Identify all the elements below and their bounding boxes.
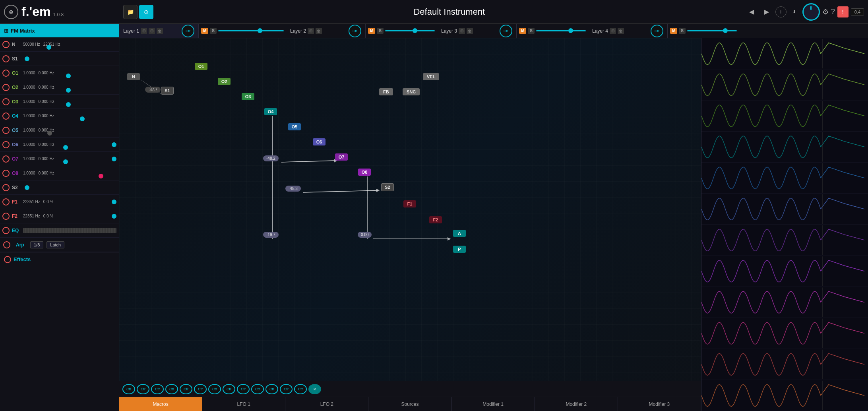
power-o3[interactable] <box>2 98 10 105</box>
layer-3-copy[interactable]: ⊞ <box>459 28 465 34</box>
ctr-btn-13[interactable]: Ctr <box>294 384 307 394</box>
ctr-btn-1[interactable]: Ctr <box>122 384 135 394</box>
layer-4-ctr[interactable]: Ctr <box>651 25 663 37</box>
power-arp[interactable] <box>3 241 10 248</box>
node-n[interactable]: N <box>127 73 140 80</box>
info-button[interactable]: i <box>775 6 787 17</box>
level-knob[interactable] <box>802 3 820 21</box>
power-n[interactable] <box>2 41 10 48</box>
node-o5[interactable]: O5 <box>288 123 301 130</box>
ctr-btn-6[interactable]: Ctr <box>194 384 207 394</box>
power-s2[interactable] <box>2 184 10 191</box>
layer-1-copy[interactable]: ⊞ <box>141 28 147 34</box>
val-n19[interactable]: -19.7 <box>263 232 279 238</box>
tab-lfo2[interactable]: LFO 2 <box>285 397 368 411</box>
power-o7[interactable] <box>2 155 10 163</box>
ctr-btn-10[interactable]: Ctr <box>251 384 264 394</box>
alert-button[interactable]: ! <box>837 6 849 17</box>
layer-3-del[interactable]: 🗑 <box>467 28 473 34</box>
radio-o6[interactable] <box>112 142 116 147</box>
m-btn-1[interactable]: M <box>201 28 208 34</box>
radio-s1[interactable] <box>25 56 29 61</box>
node-o2[interactable]: O2 <box>218 78 231 85</box>
tab-modifier2[interactable]: Modifier 2 <box>535 397 618 411</box>
power-o8[interactable] <box>2 170 10 177</box>
tab-modifier3[interactable]: Modifier 3 <box>618 397 701 411</box>
node-f2[interactable]: F2 <box>429 216 442 223</box>
node-p[interactable]: P <box>453 246 466 253</box>
val-n45[interactable]: -45.3 <box>285 186 301 192</box>
node-f1[interactable]: F1 <box>403 200 416 207</box>
s-btn-1[interactable]: S <box>210 28 217 34</box>
power-o1[interactable] <box>2 70 10 77</box>
node-o4[interactable]: O4 <box>264 108 277 115</box>
node-fb[interactable]: FB <box>379 88 393 95</box>
ctr-p-btn[interactable]: P <box>308 384 321 394</box>
node-o7[interactable]: O7 <box>335 153 348 161</box>
layer-tab-1[interactable]: Layer 1 ⊞ ⊟ 🗑 Ctr <box>119 24 199 38</box>
power-f1[interactable] <box>2 198 10 206</box>
layer-tab-2[interactable]: Layer 2 ⊞ 🗑 Ctr <box>286 24 366 38</box>
val-n48[interactable]: -48.2 <box>263 155 279 161</box>
m-btn-4[interactable]: M <box>670 28 677 34</box>
s-btn-4[interactable]: S <box>679 28 686 34</box>
ctr-btn-3[interactable]: Ctr <box>151 384 164 394</box>
m-btn-2[interactable]: M <box>368 28 375 34</box>
node-a[interactable]: A <box>453 230 466 237</box>
ctr-btn-8[interactable]: Ctr <box>223 384 235 394</box>
folder-button[interactable]: 📁 <box>123 5 138 19</box>
radio-s2[interactable] <box>25 185 29 190</box>
layer-1-paste[interactable]: ⊟ <box>149 28 155 34</box>
tab-modifier1[interactable]: Modifier 1 <box>452 397 535 411</box>
node-o1[interactable]: O1 <box>195 63 207 70</box>
radio-f1[interactable] <box>112 200 116 204</box>
layer-tab-4[interactable]: Layer 4 ⊞ 🗑 Ctr <box>588 24 668 38</box>
layer-2-del[interactable]: 🗑 <box>316 28 322 34</box>
s-btn-2[interactable]: S <box>377 28 384 34</box>
val-0[interactable]: 0.00 <box>358 232 372 238</box>
question-button[interactable]: ? <box>831 8 835 16</box>
radio-o7[interactable] <box>112 157 116 161</box>
arp-val2[interactable]: Latch <box>46 241 64 248</box>
play-button[interactable]: ▶ <box>760 6 773 18</box>
node-s1[interactable]: S1 <box>161 87 174 95</box>
power-o5[interactable] <box>2 127 10 134</box>
ctr-btn-7[interactable]: Ctr <box>208 384 221 394</box>
power-o6[interactable] <box>2 141 10 148</box>
node-snc[interactable]: SNC <box>403 88 420 95</box>
power-o4[interactable] <box>2 112 10 120</box>
node-s2[interactable]: S2 <box>381 183 394 191</box>
layer-tab-3[interactable]: Layer 3 ⊞ 🗑 Ctr <box>437 24 517 38</box>
layer-1-ctr[interactable]: Ctr <box>182 25 194 37</box>
layer-2-copy[interactable]: ⊞ <box>308 28 314 34</box>
m-btn-3[interactable]: M <box>519 28 526 34</box>
node-o6[interactable]: O6 <box>313 138 326 145</box>
ctr-btn-9[interactable]: Ctr <box>237 384 250 394</box>
node-o3[interactable]: O3 <box>242 93 254 100</box>
ctr-btn-2[interactable]: Ctr <box>137 384 149 394</box>
ctr-btn-11[interactable]: Ctr <box>265 384 278 394</box>
power-f2[interactable] <box>2 213 10 220</box>
node-o8[interactable]: O8 <box>358 169 371 176</box>
layer-4-copy[interactable]: ⊞ <box>610 28 616 34</box>
layer-1-del[interactable]: 🗑 <box>157 28 163 34</box>
power-s1[interactable] <box>2 55 10 62</box>
layer-2-ctr[interactable]: Ctr <box>349 25 361 37</box>
node-vel[interactable]: VEL <box>423 73 439 80</box>
ctr-btn-5[interactable]: Ctr <box>180 384 192 394</box>
gear-button[interactable]: ⚙ <box>822 8 829 16</box>
power-o2[interactable] <box>2 84 10 91</box>
power-effects[interactable] <box>4 256 11 263</box>
power-eq[interactable] <box>2 227 10 234</box>
s-btn-3[interactable]: S <box>528 28 535 34</box>
tab-lfo1[interactable]: LFO 1 <box>202 397 285 411</box>
layer-3-ctr[interactable]: Ctr <box>500 25 512 37</box>
tab-macros[interactable]: Macros <box>119 397 202 411</box>
tab-sources[interactable]: Sources <box>368 397 451 411</box>
val-n37[interactable]: -37.7 <box>145 87 161 93</box>
save-button[interactable]: ⬇ <box>789 6 800 17</box>
arp-val1[interactable]: 1/8 <box>30 241 43 248</box>
back-button[interactable]: ◀ <box>745 6 758 18</box>
layer-4-del[interactable]: 🗑 <box>618 28 624 34</box>
ctr-btn-12[interactable]: Ctr <box>280 384 293 394</box>
